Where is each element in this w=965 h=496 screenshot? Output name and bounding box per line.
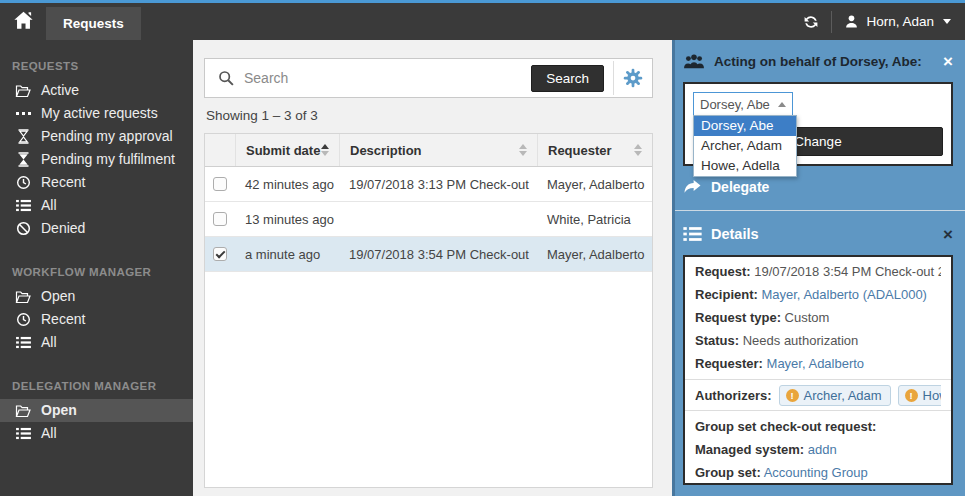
detail-group-heading: Group set check-out request: — [695, 415, 941, 438]
delegate-link[interactable]: Delegate — [683, 179, 953, 195]
close-icon[interactable]: × — [943, 226, 953, 243]
delegate-label: Delegate — [711, 179, 769, 195]
refresh-button[interactable] — [803, 14, 819, 30]
delegate-arrow-icon — [683, 179, 702, 195]
field-label: Group set: — [695, 465, 761, 480]
home-icon — [13, 11, 34, 33]
user-menu[interactable]: Horn, Adan — [844, 14, 951, 29]
sidebar-item-delegation-all[interactable]: All — [0, 422, 193, 445]
sort-icon[interactable] — [519, 144, 527, 156]
table-row[interactable]: a minute ago 19/07/2018 3:54 PM Check-ou… — [205, 237, 652, 272]
sidebar-item-my-active-requests[interactable]: My active requests — [0, 102, 193, 125]
managed-system-link[interactable]: addn — [808, 442, 837, 457]
warning-icon: ! — [905, 389, 918, 402]
column-header-description[interactable]: Description — [339, 134, 537, 166]
sidebar-item-label: Pending my approval — [41, 128, 173, 145]
field-value: Needs authorization — [743, 333, 859, 348]
list-icon — [683, 226, 702, 242]
sort-icon[interactable] — [634, 144, 642, 156]
authorizer-name: Archer, Adam — [804, 388, 882, 403]
hourglass-outline-icon — [14, 129, 32, 144]
row-checkbox[interactable] — [213, 177, 227, 191]
group-set-link[interactable]: Accounting Group — [764, 465, 868, 480]
close-icon[interactable]: × — [943, 53, 953, 70]
top-bar: Requests Horn, Adan — [0, 0, 965, 40]
field-label: Status: — [695, 333, 739, 348]
sidebar-item-workflow-recent[interactable]: Recent — [0, 308, 193, 331]
cell-submit-date: 13 minutes ago — [235, 202, 339, 236]
acting-panel-header: Acting on behalf of Dorsey, Abe: × — [683, 46, 953, 76]
sidebar-item-active[interactable]: Active — [0, 79, 193, 102]
table-row[interactable]: 13 minutes ago White, Patricia — [205, 202, 652, 237]
details-divider — [685, 410, 951, 411]
sidebar-item-label: My active requests — [41, 105, 158, 122]
sidebar-item-pending-my-fulfilment[interactable]: Pending my fulfilment — [0, 148, 193, 171]
field-value: Custom — [785, 310, 830, 325]
ellipsis-icon — [14, 112, 32, 115]
details-panel-header: Details × — [683, 219, 953, 249]
sidebar-item-denied[interactable]: Denied — [0, 217, 193, 240]
sidebar-item-label: Open — [41, 402, 77, 419]
authorizer-badge[interactable]: ! Howe, Adella — [898, 385, 941, 406]
authorizers-row: Authorizers: ! Archer, Adam ! Howe, Adel… — [695, 385, 941, 406]
detail-request-type: Request type: Custom — [695, 306, 941, 329]
column-header-requester[interactable]: Requester — [537, 134, 652, 166]
dropdown-option[interactable]: Archer, Adam — [694, 136, 796, 156]
authorizer-badge[interactable]: ! Archer, Adam — [779, 385, 891, 406]
topbar-divider — [831, 11, 832, 33]
detail-request: Request: 19/07/2018 3:54 PM Check-out 20… — [695, 260, 941, 283]
field-label: Group set check-out request: — [695, 419, 876, 434]
column-header-submit-date[interactable]: Submit date — [235, 134, 339, 166]
field-label: Recipient: — [695, 287, 758, 302]
dropdown-option[interactable]: Howe, Adella — [694, 156, 796, 176]
cell-description: 19/07/2018 3:54 PM Check-out — [339, 237, 537, 271]
requester-link[interactable]: Mayer, Adalberto — [767, 356, 865, 371]
sidebar-item-delegation-open[interactable]: Open — [0, 399, 193, 422]
person-icon — [844, 14, 859, 29]
sidebar-item-pending-my-approval[interactable]: Pending my approval — [0, 125, 193, 148]
home-button[interactable] — [0, 3, 46, 40]
detail-requester: Requester: Mayer, Adalberto — [695, 352, 941, 375]
recipient-link[interactable]: Mayer, Adalberto (ADAL000) — [761, 287, 926, 302]
folder-open-icon — [14, 84, 32, 98]
sidebar-item-label: Pending my fulfilment — [41, 151, 175, 168]
hourglass-filled-icon — [14, 152, 32, 167]
gear-icon[interactable] — [623, 68, 643, 88]
row-checkbox[interactable] — [213, 212, 227, 226]
search-icon — [218, 70, 235, 87]
sidebar-item-workflow-open[interactable]: Open — [0, 285, 193, 308]
search-input[interactable] — [244, 70, 522, 86]
header-checkbox-cell — [205, 134, 235, 166]
ban-icon — [14, 221, 32, 236]
field-label: Requester: — [695, 356, 763, 371]
sidebar-item-workflow-all[interactable]: All — [0, 331, 193, 354]
table-row[interactable]: 42 minutes ago 19/07/2018 3:13 PM Check-… — [205, 167, 652, 202]
sidebar-item-all-requests[interactable]: All — [0, 194, 193, 217]
tab-requests[interactable]: Requests — [46, 7, 141, 40]
field-label: Managed system: — [695, 442, 804, 457]
sidebar-item-recent[interactable]: Recent — [0, 171, 193, 194]
sidebar-item-label: Active — [41, 82, 79, 99]
clock-icon — [14, 312, 32, 327]
detail-managed-system: Managed system: addn — [695, 438, 941, 461]
clock-icon — [14, 175, 32, 190]
dropdown-option[interactable]: Dorsey, Abe — [694, 116, 796, 136]
table-header-row: Submit date Description Requester — [205, 134, 652, 167]
results-count: Showing 1 – 3 of 3 — [206, 108, 318, 123]
detail-group-set: Group set: Accounting Group — [695, 461, 941, 484]
sidebar-item-label: All — [41, 334, 57, 351]
row-checkbox[interactable] — [213, 247, 227, 261]
sort-icon[interactable] — [321, 144, 329, 156]
caret-up-icon — [778, 102, 786, 107]
panel-divider — [675, 210, 965, 211]
act-as-select[interactable]: Dorsey, Abe — [693, 92, 793, 116]
topbar-right-group: Horn, Adan — [803, 3, 965, 40]
main-content: Search Showing 1 – 3 of 3 Submit date — [204, 40, 653, 496]
detail-recipient: Recipient: Mayer, Adalberto (ADAL000) — [695, 283, 941, 306]
list-icon — [14, 199, 32, 212]
folder-open-icon — [14, 290, 32, 304]
sidebar-section-workflow-manager: WORKFLOW MANAGER — [12, 266, 181, 278]
search-button[interactable]: Search — [531, 65, 604, 92]
caret-down-icon — [943, 19, 951, 24]
list-icon — [14, 336, 32, 349]
